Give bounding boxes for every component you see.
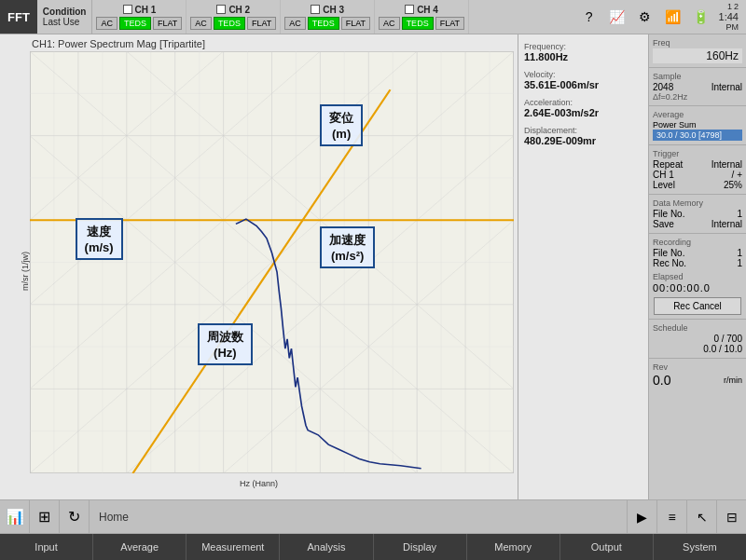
nav-display[interactable]: Display xyxy=(374,534,467,560)
stats-panel: Frequency: 11.800Hz Velocity: 35.61E-006… xyxy=(518,34,648,499)
chart-area: CH1: Power Spectrum Mag [Tripartite] m/s… xyxy=(0,34,518,499)
ch3-teds-btn[interactable]: TEDS xyxy=(308,17,339,30)
chart-svg: 0.001 0.0001 1E-05 1E-06 1E-07 1E-05 1E-… xyxy=(30,51,514,473)
list-icon[interactable]: ≡ xyxy=(656,499,686,534)
frequency-line1: 周波数 xyxy=(207,329,243,346)
ch4-ac-btn[interactable]: AC xyxy=(379,17,400,30)
trigger-ch: CH 1 xyxy=(653,170,674,180)
rec-file-no-value: 1 xyxy=(737,248,742,258)
ch1-ac-btn[interactable]: AC xyxy=(96,17,117,30)
velocity-stat-label: Velocity: xyxy=(524,70,642,79)
topbar-right: ? 📈 ⚙ 📶 🔋 12 1:44 PM xyxy=(579,0,746,34)
ch4-checkbox[interactable] xyxy=(405,5,414,14)
ch4-teds-btn[interactable]: TEDS xyxy=(402,17,434,30)
average-value: 30.0 / 30.0 [4798] xyxy=(653,130,742,141)
nav-input[interactable]: Input xyxy=(0,534,93,560)
displacement-annotation: 変位 (m) xyxy=(320,104,363,146)
ch1-checkbox[interactable] xyxy=(123,5,132,14)
average-type: Power Sum xyxy=(653,120,742,130)
condition-label: Condition xyxy=(43,7,87,17)
ch2-flat-btn[interactable]: FLAT xyxy=(247,17,276,30)
y-axis-label: m/sr (1/jw) xyxy=(21,252,30,291)
graph-icon[interactable]: 📈 xyxy=(607,7,628,27)
bottom-toolbar: 📊 ⊞ ↻ Home ▶ ≡ ↖ ⊟ xyxy=(0,499,746,534)
velocity-stat: Velocity: 35.61E-006m/sr xyxy=(524,70,642,90)
ch3-label: CH 3 xyxy=(323,5,344,15)
channel-3-group: CH 3 AC TEDS FLAT xyxy=(281,0,375,34)
ch3-ac-btn[interactable]: AC xyxy=(284,17,306,30)
save-value: Internal xyxy=(711,219,742,229)
arrow-icon[interactable]: ↖ xyxy=(686,499,716,534)
velocity-annotation: 速度 (m/s) xyxy=(76,218,123,260)
sample-value: 2048 xyxy=(653,82,673,92)
expand-icon[interactable]: ▶ xyxy=(627,499,656,534)
rec-no-value: 1 xyxy=(737,258,742,268)
displacement-stat-value: 480.29E-009mr xyxy=(524,135,642,146)
elapsed-section: Elapsed 00:00:00.0 xyxy=(649,270,746,295)
fft-label: FFT xyxy=(0,0,37,34)
ch1-label: CH 1 xyxy=(135,5,157,15)
nav-measurement[interactable]: Measurement xyxy=(186,534,280,560)
schedule-label: Schedule xyxy=(653,323,742,333)
elapsed-label: Elapsed xyxy=(653,272,742,281)
acceleration-stat-value: 2.64E-003m/s2r xyxy=(524,107,642,118)
nav-system[interactable]: System xyxy=(654,534,746,560)
ch3-flat-btn[interactable]: FLAT xyxy=(341,17,370,30)
freq-section: Freq 160Hz xyxy=(649,36,746,65)
average-section: Average Power Sum 30.0 / 30.0 [4798] xyxy=(649,108,746,143)
ch1-teds-btn[interactable]: TEDS xyxy=(119,17,151,30)
sample-type: Internal xyxy=(711,82,742,92)
frequency-annotation: 周波数 (Hz) xyxy=(198,323,253,365)
average-label: Average xyxy=(653,110,742,119)
channel-4-group: CH 4 AC TEDS FLAT xyxy=(375,0,469,34)
displacement-line2: (m) xyxy=(329,127,353,141)
chart-container[interactable]: m/sr (1/jw) xyxy=(4,51,514,490)
save-label: Save xyxy=(653,219,674,229)
sample-section: Sample 2048 Internal Δf=0.2Hz xyxy=(649,70,746,103)
bottom-nav: Input Average Measurement Analysis Displ… xyxy=(0,534,746,560)
acceleration-line2: (m/s²) xyxy=(329,249,366,263)
nav-analysis[interactable]: Analysis xyxy=(280,534,373,560)
ch3-checkbox[interactable] xyxy=(311,5,320,14)
condition-lastuse: Condition Last Use xyxy=(37,0,93,34)
home-label: Home xyxy=(90,511,627,524)
channel-1-group: CH 1 AC TEDS FLAT xyxy=(92,0,186,34)
channel-2-group: CH 2 AC TEDS FLAT xyxy=(186,0,281,34)
ch2-checkbox[interactable] xyxy=(216,5,226,14)
chart-title: CH1: Power Spectrum Mag [Tripartite] xyxy=(4,38,514,49)
rev-value: 0.0 xyxy=(653,373,670,388)
nav-average[interactable]: Average xyxy=(93,534,186,560)
right-panel: Freq 160Hz Sample 2048 Internal Δf=0.2Hz… xyxy=(648,34,746,499)
trigger-level-label: Level xyxy=(653,180,675,190)
clock: 12 1:44 PM xyxy=(719,2,739,32)
nav-output[interactable]: Output xyxy=(560,534,654,560)
nav-memory[interactable]: Memory xyxy=(467,534,560,560)
more-icon[interactable]: ⊟ xyxy=(716,499,746,534)
sample-delta: Δf=0.2Hz xyxy=(653,92,742,102)
ch2-teds-btn[interactable]: TEDS xyxy=(214,17,245,30)
rev-unit: r/min xyxy=(724,376,742,385)
displacement-stat: Displacement: 480.29E-009mr xyxy=(524,126,642,146)
frequency-stat-label: Frequency: xyxy=(524,42,642,51)
ch4-flat-btn[interactable]: FLAT xyxy=(435,17,464,30)
sample-label: Sample xyxy=(653,72,742,81)
acceleration-stat: Acceleration: 2.64E-003m/s2r xyxy=(524,98,642,118)
displacement-line1: 変位 xyxy=(329,110,353,127)
ch2-ac-btn[interactable]: AC xyxy=(190,17,212,30)
rev-label: Rev xyxy=(653,362,742,372)
displacement-stat-label: Displacement: xyxy=(524,126,642,135)
data-memory-label: Data Memory xyxy=(653,198,742,208)
rec-cancel-button[interactable]: Rec Cancel xyxy=(654,297,741,315)
ch1-flat-btn[interactable]: FLAT xyxy=(153,17,182,30)
settings-icon[interactable]: ⚙ xyxy=(635,7,656,27)
bar-chart-icon[interactable]: 📊 xyxy=(0,499,30,534)
acceleration-line1: 加速度 xyxy=(329,232,366,249)
frequency-stat: Frequency: 11.800Hz xyxy=(524,42,642,62)
refresh-icon[interactable]: ↻ xyxy=(60,499,90,534)
grid-icon[interactable]: ⊞ xyxy=(30,499,60,534)
velocity-line1: 速度 xyxy=(85,224,114,240)
help-icon[interactable]: ? xyxy=(579,7,600,27)
ch4-label: CH 4 xyxy=(417,5,438,15)
main-area: CH1: Power Spectrum Mag [Tripartite] m/s… xyxy=(0,34,746,499)
schedule-val2: 0.0 / 10.0 xyxy=(653,344,742,354)
